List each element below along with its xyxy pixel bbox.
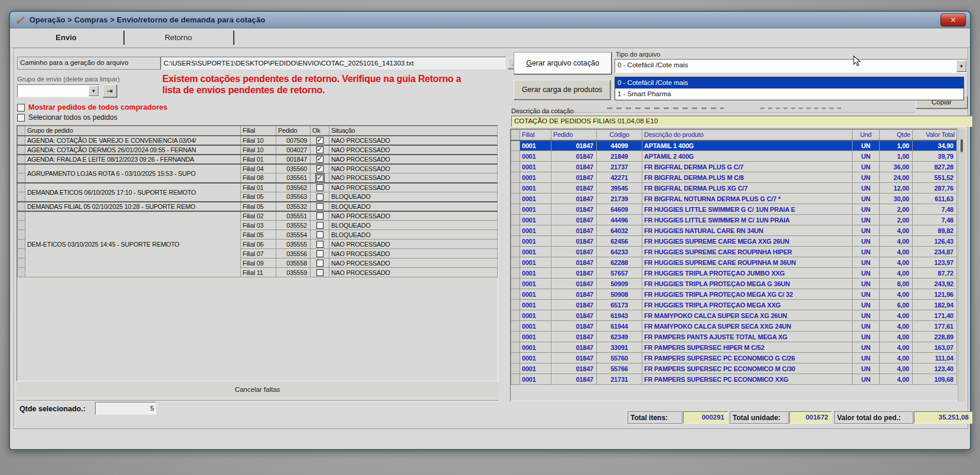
- quote-item-row[interactable]: 0001 01847 21849 APTAMIL 2 400G UN 1,00 …: [511, 151, 957, 162]
- ok-checkbox[interactable]: [316, 146, 324, 153]
- order-group-row[interactable]: AGENDA: COTAÇÃO DE VAREJO E CONVENIENCIA…: [18, 136, 498, 145]
- order-group-row[interactable]: DEMANDA ETICOS 06/10/2025 17:10 - SUPORT…: [18, 183, 498, 192]
- quote-item-row[interactable]: 0001 01847 44496 FR HUGGIES LITTLE SWIMM…: [511, 215, 957, 225]
- col-qtde[interactable]: Qtde: [880, 130, 913, 140]
- chevron-down-icon[interactable]: ▼: [956, 60, 966, 72]
- scrollbar-thumb[interactable]: [961, 139, 963, 152]
- cell-ok[interactable]: [311, 173, 329, 183]
- order-group-row[interactable]: DEM-ETICOS 03/10/2025 14:45 - SUPORTE RE…: [18, 211, 498, 221]
- ok-checkbox[interactable]: [316, 165, 324, 172]
- send-group-combobox[interactable]: ▼: [17, 84, 100, 97]
- col-valor-total[interactable]: Valor Total: [913, 130, 957, 140]
- ok-checkbox[interactable]: [316, 203, 324, 210]
- quote-description-field[interactable]: COTAÇÃO DE PEDIDOS FILIAIS 01,04,08 E10: [511, 116, 972, 127]
- col-filial[interactable]: Filial: [241, 126, 276, 136]
- dropdown-option[interactable]: 1 - Smart Pharma: [615, 89, 963, 100]
- vertical-scrollbar[interactable]: [958, 129, 965, 401]
- quote-item-row[interactable]: 0001 01847 39545 FR BIGFRAL DERMA PLUS X…: [511, 183, 957, 194]
- quote-item-row[interactable]: 0001 01847 62349 FR PAMPERS PANTS AJUSTE…: [511, 332, 957, 342]
- col-pedido[interactable]: Pedido: [276, 126, 311, 136]
- tab-retorno[interactable]: Retorno: [128, 31, 228, 45]
- file-type-combobox[interactable]: 0 - Cotefácil /Cote mais ▼: [615, 59, 968, 73]
- chevron-down-icon[interactable]: ▼: [89, 86, 99, 96]
- order-group-row[interactable]: AGENDA: COTAÇÃO DERMOS 26/01/2024 09:55 …: [18, 145, 498, 155]
- order-group-row[interactable]: AGRUPAMENTO LOJAS ROTA 6 - 03/10/2025 15…: [18, 164, 498, 173]
- col-grupo-de-pedido[interactable]: Grupo de pedido: [25, 126, 241, 136]
- ok-checkbox[interactable]: [316, 250, 324, 257]
- quote-item-row[interactable]: 0001 01847 62456 FR HUGGIES SUPREME CARE…: [511, 236, 957, 247]
- ok-checkbox[interactable]: [316, 212, 324, 220]
- col-und[interactable]: Und: [852, 130, 880, 140]
- quote-item-row[interactable]: 0001 01847 21739 FR BIGFRAL NOTURNA DERM…: [511, 194, 957, 204]
- quote-item-row[interactable]: 0001 01847 50909 FR HUGGIES TRIPLA PROTE…: [511, 279, 957, 289]
- col-situacao[interactable]: Situação: [329, 126, 498, 136]
- cell-grupo[interactable]: AGENDA: COTAÇÃO DE VAREJO E CONVENIENCIA…: [25, 136, 241, 145]
- ok-checkbox[interactable]: [316, 231, 324, 238]
- cell-ok[interactable]: [311, 221, 329, 230]
- cell-grupo[interactable]: AGENDA: FRALDA E LEITE 08/12/2023 09:26 …: [25, 155, 241, 164]
- quote-item-row[interactable]: 0001 01847 33091 FR PAMPERS SUPERSEC HIP…: [511, 342, 957, 353]
- col-descricao[interactable]: Descrição do produto: [642, 130, 852, 140]
- quote-item-row[interactable]: 0001 01847 62288 FR HUGGIES SUPREME CARE…: [511, 257, 957, 268]
- cell-ok[interactable]: [311, 183, 329, 192]
- cell-grupo[interactable]: DEM-ETICOS 03/10/2025 14:45 - SUPORTE RE…: [25, 211, 241, 277]
- order-group-row[interactable]: DEMANDAS FILIAL 05 02/10/2025 10:28 - SU…: [18, 202, 498, 211]
- ok-checkbox[interactable]: [316, 241, 324, 248]
- cancel-shortages-button[interactable]: Cancelar faltas: [17, 382, 498, 397]
- col-filial[interactable]: Filial: [520, 130, 551, 140]
- quote-item-row[interactable]: 0001 01847 61944 FR MAMYPOKO CALCA SUPER…: [511, 321, 957, 332]
- cell-ok[interactable]: [311, 136, 329, 145]
- cell-ok[interactable]: [311, 258, 329, 268]
- dropdown-option[interactable]: 0 - Cotefácil /Cote mais: [615, 77, 963, 89]
- file-path-input[interactable]: [161, 57, 506, 70]
- generate-quote-file-button[interactable]: Gerar arquivo cotação: [514, 52, 612, 74]
- cell-ok[interactable]: [311, 230, 329, 240]
- send-to-group-button[interactable]: ⇥: [103, 84, 117, 97]
- ok-checkbox[interactable]: [316, 269, 324, 276]
- cell-grupo[interactable]: DEMANDA ETICOS 06/10/2025 17:10 - SUPORT…: [25, 183, 241, 202]
- order-group-row[interactable]: AGENDA: FRALDA E LEITE 08/12/2023 09:26 …: [18, 155, 498, 164]
- quote-item-row[interactable]: 0001 01847 57657 FR HUGGIES TRIPLA PROTE…: [511, 268, 957, 279]
- ok-checkbox[interactable]: [316, 137, 324, 144]
- quote-item-row[interactable]: 0001 01847 44099 APTAMIL 1 400G UN 1,00 …: [511, 140, 957, 151]
- ok-checkbox[interactable]: [316, 260, 324, 267]
- generate-product-load-button[interactable]: Gerar carga de produtos: [514, 80, 610, 100]
- cell-ok[interactable]: [311, 164, 329, 173]
- col-ok[interactable]: Ok: [311, 126, 329, 136]
- cell-ok[interactable]: [311, 211, 329, 221]
- cell-ok[interactable]: [311, 192, 329, 202]
- ok-checkbox[interactable]: [316, 222, 324, 229]
- select-all-orders-checkbox[interactable]: [17, 114, 25, 122]
- cell-grupo[interactable]: AGENDA: COTAÇÃO DERMOS 26/01/2024 09:55 …: [25, 145, 241, 155]
- quote-item-row[interactable]: 0001 01847 21731 FR PAMPERS SUPERSEC PC …: [511, 374, 957, 385]
- cell-ok[interactable]: [311, 249, 329, 258]
- ok-checkbox[interactable]: [316, 156, 324, 163]
- cell-grupo[interactable]: DEMANDAS FILIAL 05 02/10/2025 10:28 - SU…: [25, 202, 241, 211]
- cell-ok[interactable]: [311, 268, 329, 277]
- ok-checkbox[interactable]: [316, 184, 324, 191]
- quote-item-row[interactable]: 0001 01847 64032 FR HUGGIES NATURAL CARE…: [511, 225, 957, 236]
- col-codigo[interactable]: Código: [597, 130, 642, 140]
- cell-ok[interactable]: [311, 240, 329, 249]
- quote-item-row[interactable]: 0001 01847 21737 FR BIGFRAL DERMA PLUS G…: [511, 162, 957, 172]
- row-indicator: [18, 164, 25, 173]
- quote-item-row[interactable]: 0001 01847 64233 FR HUGGIES SUPREME CARE…: [511, 247, 957, 257]
- selected-qty-input[interactable]: [95, 402, 156, 415]
- ok-checkbox[interactable]: [316, 175, 324, 182]
- cell-ok[interactable]: [311, 145, 329, 155]
- cell-ok[interactable]: [311, 202, 329, 211]
- tab-envio[interactable]: Envio: [28, 31, 104, 45]
- col-pedido[interactable]: Pedido: [551, 130, 597, 140]
- cell-ok[interactable]: [311, 155, 329, 164]
- close-button[interactable]: ✕: [940, 14, 966, 27]
- quote-item-row[interactable]: 0001 01847 61943 FR MAMYPOKO CALCA SUPER…: [511, 310, 957, 321]
- cell-grupo[interactable]: AGRUPAMENTO LOJAS ROTA 6 - 03/10/2025 15…: [25, 164, 241, 183]
- quote-item-row[interactable]: 0001 01847 42271 FR BIGFRAL DERMA PLUS M…: [511, 172, 957, 183]
- show-all-buyers-checkbox[interactable]: [17, 104, 25, 112]
- quote-item-row[interactable]: 0001 01847 65173 FR HUGGIES TRIPLA PROTE…: [511, 300, 957, 310]
- quote-item-row[interactable]: 0001 01847 55766 FR PAMPERS SUPERSEC PC …: [511, 363, 957, 374]
- quote-item-row[interactable]: 0001 01847 55760 FR PAMPERS SUPERSEC PC …: [511, 353, 957, 363]
- quote-item-row[interactable]: 0001 01847 50908 FR HUGGIES TRIPLA PROTE…: [511, 289, 957, 300]
- quote-item-row[interactable]: 0001 01847 64609 FR HUGGIES LITTLE SWIMM…: [511, 204, 957, 215]
- ok-checkbox[interactable]: [316, 194, 324, 201]
